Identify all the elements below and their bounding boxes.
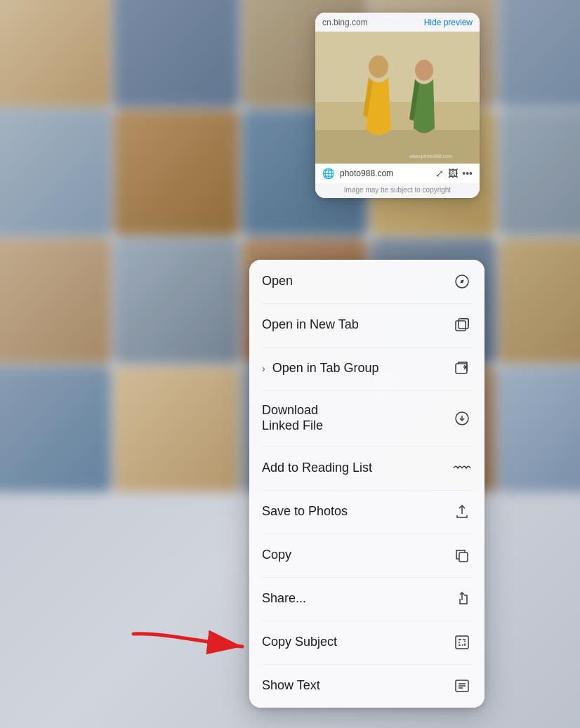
preview-url: cn.bing.com	[322, 18, 424, 27]
menu-label-show-text: Show Text	[262, 678, 320, 694]
copy-icon	[452, 545, 472, 565]
share-icon	[452, 589, 472, 609]
svg-rect-15	[459, 552, 468, 562]
preview-site-url: photo988.com	[340, 168, 430, 178]
menu-item-open-tab-group[interactable]: › Open in Tab Group	[249, 347, 485, 390]
menu-item-reading-list[interactable]: Add to Reading List	[249, 446, 485, 490]
menu-item-download[interactable]: Download Linked File	[249, 390, 485, 446]
copy-subject-icon	[452, 633, 472, 652]
svg-rect-17	[459, 640, 465, 645]
menu-item-save-photos[interactable]: Save to Photos	[249, 490, 485, 534]
svg-rect-1	[315, 130, 480, 164]
svg-text:www.photo988.com: www.photo988.com	[409, 154, 452, 159]
tab-group-icon	[452, 359, 472, 378]
preview-image-button[interactable]: 🖼	[448, 168, 458, 179]
svg-rect-2	[315, 32, 480, 102]
menu-label-download: Download Linked File	[262, 403, 323, 433]
menu-item-show-text[interactable]: Show Text	[249, 664, 485, 708]
arrow-annotation	[126, 627, 249, 668]
menu-item-copy[interactable]: Copy	[249, 534, 485, 577]
menu-label-open-new-tab: Open in New Tab	[262, 317, 359, 333]
save-photos-icon	[452, 502, 472, 522]
menu-item-open-new-tab[interactable]: Open in New Tab	[249, 303, 485, 347]
download-icon	[452, 409, 472, 428]
preview-expand-button[interactable]: ⤢	[435, 168, 444, 179]
preview-more-button[interactable]: •••	[462, 168, 473, 179]
preview-image: www.photo988.com	[315, 32, 480, 164]
menu-item-share[interactable]: Share...	[249, 577, 485, 621]
menu-item-copy-subject[interactable]: Copy Subject	[249, 621, 485, 664]
menu-item-open[interactable]: Open	[249, 260, 485, 303]
preview-action-buttons: ⤢ 🖼 •••	[435, 168, 473, 179]
chevron-right-icon: ›	[262, 363, 265, 374]
svg-point-3	[369, 55, 388, 78]
preview-bottom-bar: 🌐 photo988.com ⤢ 🖼 •••	[315, 164, 480, 183]
menu-label-open: Open	[262, 274, 293, 289]
menu-label-reading-list: Add to Reading List	[262, 461, 372, 476]
svg-rect-16	[456, 636, 468, 649]
svg-marker-7	[461, 280, 464, 284]
red-arrow-svg	[126, 627, 249, 666]
menu-label-share: Share...	[262, 591, 306, 607]
link-preview-card: cn.bing.com Hide preview ✕ www.photo988.…	[315, 13, 480, 198]
preview-hide-button[interactable]: Hide preview	[424, 18, 473, 27]
menu-label-copy: Copy	[262, 548, 291, 563]
preview-image-svg: www.photo988.com	[315, 32, 480, 164]
menu-label-save-photos: Save to Photos	[262, 504, 348, 519]
context-menu: Open Open in New Tab › Open in Tab Group	[249, 260, 485, 708]
svg-rect-8	[456, 321, 466, 331]
compass-icon	[452, 272, 472, 291]
menu-label-open-tab-group: Open in Tab Group	[272, 361, 379, 376]
svg-rect-9	[459, 319, 468, 329]
globe-icon: 🌐	[322, 168, 334, 179]
show-text-icon	[452, 676, 472, 696]
preview-header: cn.bing.com Hide preview	[315, 13, 480, 32]
svg-point-4	[415, 60, 433, 81]
reading-list-icon	[452, 458, 472, 478]
new-tab-icon	[452, 315, 472, 335]
menu-label-copy-subject: Copy Subject	[262, 635, 337, 650]
preview-copyright: Image may be subject to copyright	[315, 183, 480, 198]
